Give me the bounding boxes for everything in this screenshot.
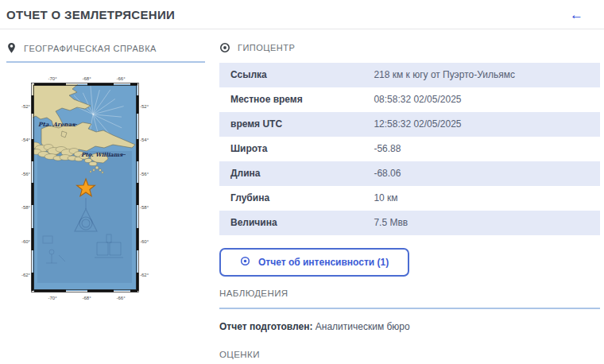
row-value: -56.88 [374, 144, 589, 154]
svg-text:-62°: -62° [21, 273, 31, 277]
prepared-by-value: Аналитическим бюро [316, 321, 410, 332]
row-label: время UTC [230, 119, 374, 130]
prepared-by-line: Отчет подготовлен: Аналитическим бюро [219, 321, 600, 332]
row-value: 218 км к югу от Пуэрто-Уильямс [374, 70, 589, 80]
intensity-target-icon [240, 256, 250, 269]
table-row: Глубина 10 км [219, 186, 600, 211]
svg-text:-62°: -62° [140, 273, 149, 277]
ratings-header: ОЦЕНКИ [219, 350, 600, 364]
row-label: Глубина [230, 193, 374, 203]
report-header: ОТЧЕТ О ЗЕМЛЕТРЯСЕНИИ ← [0, 0, 604, 29]
svg-text:-52°: -52° [140, 104, 149, 109]
geographic-reference-panel: ГЕОГРАФИЧЕСКАЯ СПРАВКА [0, 29, 219, 364]
report-body: ГЕОГРАФИЧЕСКАЯ СПРАВКА [0, 29, 604, 364]
svg-text:-70°: -70° [48, 296, 57, 300]
map-label-puerto-williams: Pto. Williams [81, 151, 123, 158]
table-row: Широта -56.88 [219, 137, 600, 161]
svg-text:-54°: -54° [21, 137, 31, 142]
svg-text:-66°: -66° [116, 296, 126, 300]
row-label: Широта [230, 144, 374, 154]
row-label: Длина [230, 168, 374, 179]
hypocenter-panel: ГИПОЦЕНТР Ссылка 218 км к югу от Пуэрто-… [219, 29, 604, 364]
row-label: Ссылка [230, 70, 374, 80]
table-row: Ссылка 218 км к югу от Пуэрто-Уильямс [219, 63, 600, 87]
row-value: 7.5 Мвв [374, 218, 589, 228]
intensity-report-button[interactable]: Отчет об интенсивности (1) [219, 248, 409, 277]
observations-header: НАБЛЮДЕНИЯ [219, 288, 600, 309]
svg-text:-56°: -56° [21, 172, 31, 176]
svg-text:-68°: -68° [82, 296, 91, 300]
back-arrow-icon[interactable]: ← [570, 8, 583, 21]
svg-text:-58°: -58° [140, 205, 149, 210]
hypocenter-header: ГИПОЦЕНТР [219, 42, 600, 53]
svg-text:-68°: -68° [82, 76, 91, 81]
page-title: ОТЧЕТ О ЗЕМЛЕТРЯСЕНИИ [6, 8, 175, 21]
svg-text:-70°: -70° [48, 76, 57, 81]
table-row: Длина -68.06 [219, 161, 600, 186]
row-value: 10 км [374, 193, 589, 203]
table-row: Местное время 08:58:32 02/05/2025 [219, 87, 600, 112]
map-label-punta-arenas: Pta. Arenas [38, 121, 76, 128]
table-row: время UTC 12:58:32 02/05/2025 [219, 112, 600, 137]
row-value: -68.06 [374, 168, 589, 179]
row-value: 08:58:32 02/05/2025 [374, 95, 589, 105]
map-image: Pta. Arenas Pto. Williams [14, 74, 173, 306]
intensity-report-label: Отчет об интенсивности (1) [258, 257, 389, 268]
svg-text:-58°: -58° [21, 205, 31, 210]
hypocenter-target-icon [219, 42, 230, 53]
geographic-reference-header: ГЕОГРАФИЧЕСКАЯ СПРАВКА [6, 42, 205, 63]
svg-text:-54°: -54° [140, 137, 149, 142]
map-pin-icon [6, 42, 17, 54]
svg-text:-56°: -56° [140, 172, 149, 176]
hypocenter-table: Ссылка 218 км к югу от Пуэрто-Уильямс Ме… [219, 63, 600, 235]
seismic-map: Pta. Arenas Pto. Williams [14, 74, 219, 309]
geographic-reference-title: ГЕОГРАФИЧЕСКАЯ СПРАВКА [24, 44, 157, 53]
row-label: Местное время [230, 95, 374, 105]
svg-text:-60°: -60° [140, 239, 149, 244]
svg-text:-66°: -66° [116, 76, 126, 81]
row-value: 12:58:32 02/05/2025 [374, 119, 589, 130]
hypocenter-title: ГИПОЦЕНТР [238, 43, 295, 52]
row-label: Величина [230, 218, 374, 228]
table-row: Величина 7.5 Мвв [219, 211, 600, 235]
svg-text:-60°: -60° [21, 239, 31, 244]
svg-text:-52°: -52° [21, 104, 31, 109]
prepared-by-label: Отчет подготовлен: [219, 321, 312, 332]
